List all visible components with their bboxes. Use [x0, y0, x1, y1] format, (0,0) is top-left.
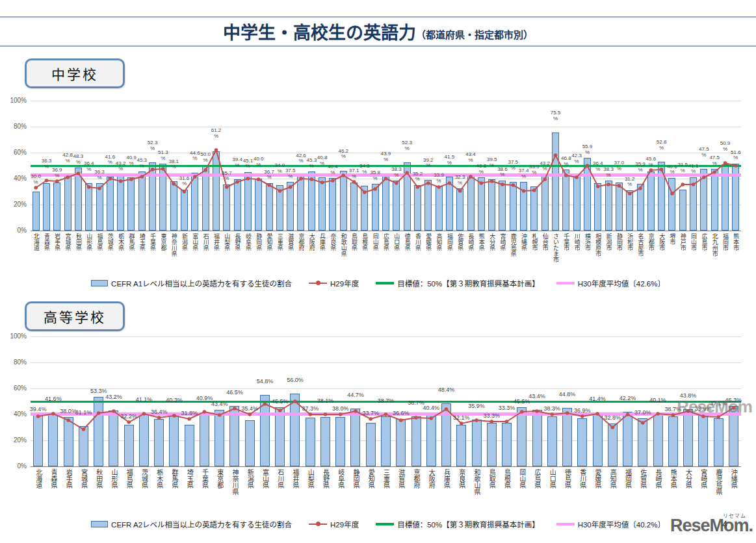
legend-item-1: H29年度 [309, 519, 359, 529]
bar-value-label: 38.3% [391, 167, 402, 178]
bar-value-label: 38.1% [317, 398, 334, 405]
bar-value-label: 34.3% [359, 164, 370, 175]
h29-line-series [31, 101, 741, 231]
x-axis-label-京都府: 京都府 [408, 469, 423, 520]
bar-富山県 [191, 173, 198, 231]
h29-point [460, 422, 463, 425]
gridline [31, 179, 741, 179]
h29-point [551, 412, 554, 416]
x-axis-label-福岡市: 福岡市 [720, 233, 730, 284]
x-axis-label-大阪府: 大阪府 [306, 233, 317, 284]
x-axis-label-堺市: 堺市 [667, 233, 677, 284]
x-axis-label-新潟市: 新潟市 [603, 233, 614, 284]
bar-value-label: 45.5% [514, 399, 530, 405]
bar-value-label: 30.0% [31, 174, 41, 185]
bar-value-label: 37.3% [302, 406, 319, 412]
bar-大分県 [488, 179, 495, 231]
h29-point [564, 173, 568, 177]
h29-point [157, 416, 161, 420]
average-line-swatch [556, 523, 575, 526]
bar-value-label: 36.3% [42, 158, 52, 170]
bar-value-label: 31.1% [75, 410, 92, 416]
section-badge-junior-high: 中学校 [25, 58, 125, 88]
x-axis-label-text: 和歌山県 [341, 233, 346, 257]
bar-福岡市 [722, 164, 729, 231]
x-axis-label-北海道: 北海道 [31, 469, 46, 520]
x-axis-label-text: 千葉市 [563, 233, 569, 251]
bar-value-label: 31.5% [677, 162, 688, 173]
bar-value-label: 33.7% [362, 410, 379, 417]
x-axis-label-沖縄県: 沖縄県 [518, 233, 528, 284]
x-axis-label-和歌山県: 和歌山県 [469, 469, 484, 520]
bar-value-label: 56.0% [287, 377, 304, 384]
bar-島根県 [361, 186, 368, 231]
bar-兵庫県 [441, 403, 451, 466]
bar-value-label: 48.4% [438, 387, 455, 394]
x-axis-label-福岡県: 福岡県 [620, 469, 635, 520]
x-axis-line [31, 466, 741, 467]
bar-香川県 [577, 418, 587, 466]
bar-福島県 [124, 425, 134, 466]
x-axis-label-福井県: 福井県 [287, 469, 302, 520]
bar-swatch [91, 280, 108, 286]
gridline [31, 127, 741, 127]
h29-point [299, 177, 303, 181]
bar-広島市 [700, 169, 707, 231]
bar-仙台市 [541, 175, 549, 231]
bar-value-label: 51.6% [731, 150, 741, 161]
h29-point [235, 180, 239, 184]
bar-value-label: 36.4% [151, 409, 168, 416]
x-axis-label-text: 大阪市 [658, 233, 664, 251]
x-axis-label-千葉市: 千葉市 [561, 233, 571, 284]
x-axis-label-text: 福井県 [292, 469, 298, 488]
bar-value-label: 43.2% [540, 161, 550, 172]
x-axis-label-text: 岡山県 [519, 469, 525, 488]
bar-value-label: 40.1% [649, 398, 666, 404]
bar-value-label: 32.8% [605, 415, 621, 422]
x-axis-label-広島県: 広島県 [380, 233, 391, 284]
h29-point [45, 179, 49, 183]
x-axis-label-宮城県: 宮城県 [76, 469, 91, 520]
x-axis-label-text: 岐阜県 [337, 469, 344, 488]
high-school-legend: CEFR A2レベル相当以上の英語力を有する生徒の割合H29年度目標値：50%【… [0, 519, 756, 529]
h29-point [278, 189, 282, 193]
resemom-watermark-bottom: リセマム ReseMom. [670, 516, 753, 536]
bar-京都府 [297, 175, 304, 231]
h29-point [55, 179, 59, 183]
bar-堺市 [668, 178, 675, 231]
h29-point [218, 413, 222, 417]
bar-愛媛県 [424, 180, 432, 231]
bar-value-label: 43.2% [116, 161, 126, 172]
x-axis-label-茨城県: 茨城県 [105, 233, 115, 284]
h29-point [339, 412, 343, 416]
h29-point [215, 148, 218, 152]
y-axis-tick-label: 100% [0, 333, 27, 340]
bar-福井県 [213, 151, 220, 231]
h29-point [656, 412, 660, 416]
bar-value-label: 38.0% [332, 406, 349, 412]
bar-value-label: 43.9% [381, 151, 391, 162]
x-axis-label-text: 沖縄県 [730, 469, 736, 488]
x-axis-label-熊本市: 熊本市 [731, 233, 741, 284]
bar-浜松市 [626, 190, 633, 231]
x-axis-label-佐賀県: 佐賀県 [455, 233, 465, 284]
junior-high-legend: CEFR A1レベル相当以上の英語力を有する生徒の割合H29年度目標値：50%【… [0, 278, 756, 288]
x-axis-label-text: 島根県 [361, 233, 367, 251]
x-axis-label-埼玉県: 埼玉県 [137, 233, 147, 284]
x-axis-label-広島市: 広島市 [699, 233, 709, 284]
bar-大阪府 [308, 171, 315, 231]
bar-大分県 [683, 409, 693, 466]
bar-名古屋市 [637, 184, 644, 231]
bar-長野県 [234, 179, 241, 231]
bar-swatch [91, 521, 108, 527]
bar-value-label: 37.0% [634, 410, 651, 416]
h29-point [354, 409, 358, 413]
h29-point [458, 189, 462, 193]
bar-value-label: 38.3% [603, 167, 614, 178]
x-axis-label-text: 神奈川県 [231, 469, 238, 495]
x-axis-label-text: 岐阜県 [245, 233, 251, 251]
x-axis-label-栃木県: 栃木県 [151, 469, 166, 520]
bar-広島県 [382, 173, 389, 231]
x-axis-label-text: 京都府 [413, 469, 419, 488]
x-axis-label-text: 長崎県 [468, 233, 474, 251]
